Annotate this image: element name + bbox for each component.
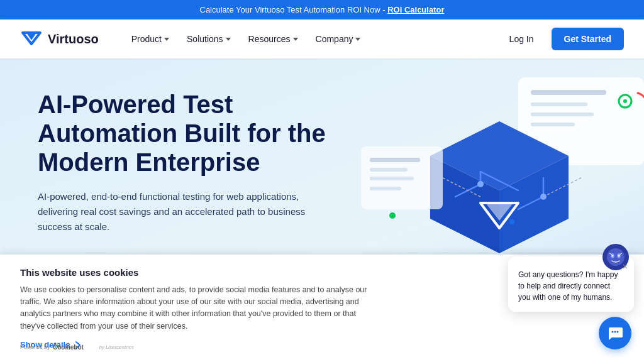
logo[interactable]: Virtuoso (20, 30, 99, 48)
nav-item-company[interactable]: Company (308, 29, 369, 49)
hero-title: AI-Powered Test Automation Built for the… (38, 90, 352, 177)
svg-rect-3 (531, 90, 606, 95)
cookie-text: We use cookies to personalise content an… (20, 284, 372, 333)
svg-point-26 (509, 219, 514, 224)
get-started-button[interactable]: Get Started (552, 28, 624, 50)
top-banner: Calculate Your Virtuoso Test Automation … (0, 0, 644, 19)
svg-point-35 (618, 255, 620, 257)
chevron-down-icon (355, 38, 360, 41)
chevron-down-icon (164, 38, 169, 41)
svg-point-31 (607, 248, 625, 266)
nav-item-solutions[interactable]: Solutions (179, 29, 238, 49)
virtuoso-logo-icon (20, 30, 43, 48)
svg-rect-22 (370, 158, 420, 162)
svg-point-8 (623, 99, 627, 103)
banner-text: Calculate Your Virtuoso Test Automation … (200, 5, 388, 14)
chevron-down-icon (293, 38, 298, 41)
nav-links: Product Solutions Resources Company (124, 29, 499, 49)
cookiebot-logo: Powered by Cookiebot by Usercentrics (20, 342, 134, 352)
nav-actions: Log In Get Started (499, 28, 624, 50)
svg-point-39 (614, 331, 616, 333)
svg-point-38 (612, 331, 614, 333)
svg-rect-24 (370, 177, 414, 180)
svg-point-27 (389, 212, 396, 219)
svg-point-15 (477, 181, 484, 187)
svg-point-40 (617, 331, 619, 333)
chevron-down-icon (226, 38, 231, 41)
chat-widget: × Got any questions? I'm happy to help a… (508, 256, 634, 312)
navbar: Virtuoso Product Solutions Resources Com… (0, 19, 644, 58)
svg-rect-5 (531, 112, 594, 116)
chat-icon (607, 325, 623, 341)
close-icon[interactable]: × (623, 261, 628, 272)
hero-content: AI-Powered Test Automation Built for the… (38, 90, 352, 234)
nav-item-product[interactable]: Product (124, 29, 177, 49)
hero-subtitle: AI-powered, end-to-end functional testin… (38, 189, 314, 234)
roi-calculator-link[interactable]: ROI Calculator (387, 5, 444, 14)
chat-message: Got any questions? I'm happy to help and… (518, 269, 624, 303)
svg-point-34 (612, 255, 614, 257)
chat-fab-button[interactable] (599, 317, 631, 349)
svg-rect-6 (531, 123, 575, 126)
cookiebot-brand: Cookiebot (53, 342, 97, 352)
svg-rect-23 (370, 168, 408, 172)
logo-text: Virtuoso (48, 32, 99, 47)
nav-item-resources[interactable]: Resources (241, 29, 306, 49)
svg-rect-4 (531, 102, 587, 106)
login-button[interactable]: Log In (499, 29, 544, 49)
svg-rect-25 (370, 187, 401, 190)
svg-text:Cookiebot: Cookiebot (53, 344, 84, 351)
